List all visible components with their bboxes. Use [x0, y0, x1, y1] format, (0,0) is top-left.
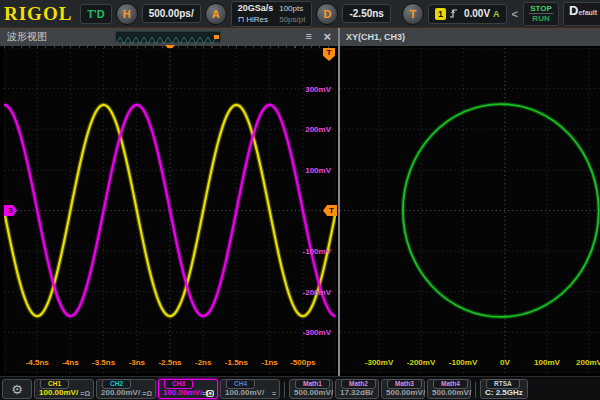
stop-label: STOP — [529, 4, 553, 14]
trigger-info[interactable]: 1 0.00V A — [428, 4, 507, 24]
xy-plot-grid[interactable]: -300mV-200mV-100mV0V100mV200mV — [340, 48, 600, 373]
axis-tick-label: -200mV — [303, 287, 331, 296]
xy-view-title: XY(CH1, CH3) — [340, 32, 405, 42]
acq-mode-icon: ⊓ — [238, 15, 244, 24]
axis-tick-label: 0V — [500, 358, 510, 367]
axis-tick-label: -1ns — [261, 358, 277, 367]
sample-rate: 20GSa/s — [238, 3, 274, 14]
trigger-sweep-mode: A — [493, 9, 500, 19]
rising-edge-icon — [449, 8, 461, 19]
axis-tick-label: 300mV — [305, 84, 331, 93]
axis-tick-label: 100mV — [534, 358, 560, 367]
channel-box-ch2[interactable]: CH2 200.00mV/ =Ω — [96, 379, 156, 399]
waveform-preview[interactable] — [115, 31, 221, 43]
acquisition-info[interactable]: 20GSa/s ⊓ HiRes 100pts 50ps/pt — [231, 1, 313, 27]
timebase-value[interactable]: 500.00ps/ — [142, 4, 201, 23]
math3-box[interactable]: Math3 500.00mV/ — [381, 379, 425, 399]
waveform-view-header: 波形视图 ≡ × — [0, 28, 338, 46]
collapse-toolbar-icon[interactable]: < — [511, 8, 519, 20]
math2-box[interactable]: Math2 17.32dB/ — [335, 379, 379, 399]
channel-box-ch3[interactable]: CH3 100.00mV/ =Ω — [158, 379, 218, 399]
delay-button[interactable]: D — [316, 3, 338, 25]
math1-box[interactable]: Math1 500.00mV/ — [289, 379, 333, 399]
axis-tick-label: 200mV — [305, 125, 331, 134]
trigger-status-indicator: T'D — [80, 4, 111, 24]
axis-tick-label: -100mV — [303, 247, 331, 256]
run-label: RUN — [532, 14, 549, 23]
waveform-traces — [4, 48, 336, 373]
gear-icon: ⚙ — [11, 382, 23, 397]
xy-trace — [340, 48, 600, 373]
stop-run-button[interactable]: STOP RUN — [523, 2, 559, 26]
acq-mode: HiRes — [246, 15, 268, 24]
delay-value[interactable]: -2.50ns — [342, 4, 390, 23]
axis-tick-label: -2ns — [195, 358, 211, 367]
waveform-view-title: 波形视图 — [0, 30, 47, 44]
axis-tick-label: -500ps — [290, 358, 315, 367]
axis-tick-label: -4ns — [62, 358, 78, 367]
channel-box-ch1[interactable]: CH1 100.00mV/ =Ω — [34, 379, 94, 399]
axis-tick-label: 100mV — [305, 165, 331, 174]
impedance-icon: Ω — [146, 390, 152, 397]
separator — [284, 382, 285, 398]
trigger-button[interactable]: T — [402, 3, 424, 25]
top-toolbar: RIGOL T'D H 500.00ps/ A 20GSa/s ⊓ HiRes … — [0, 0, 600, 28]
axis-tick-label: -2.5ns — [158, 358, 181, 367]
axis-tick-label: 200mV — [576, 358, 600, 367]
axis-tick-label: -3ns — [129, 358, 145, 367]
rigol-logo: RIGOL — [2, 3, 76, 25]
trigger-level-value: 0.00V — [464, 8, 490, 19]
separator — [475, 382, 476, 398]
axis-tick-label: -300mV — [303, 328, 331, 337]
impedance-icon: Ω — [206, 390, 214, 397]
horizontal-button[interactable]: H — [116, 3, 138, 25]
math4-box[interactable]: Math4 500.00mV/ — [427, 379, 471, 399]
axis-tick-label: -3.5ns — [92, 358, 115, 367]
memory-depth: 100pts — [279, 3, 305, 14]
default-button[interactable]: Default — [563, 2, 600, 26]
acquisition-button[interactable]: A — [205, 3, 227, 25]
waveform-grid[interactable]: T T 3 300mV200mV100mV-100mV-200mV-300mV-… — [4, 48, 336, 373]
axis-tick-label: -1.5ns — [225, 358, 248, 367]
coupling-icon: = — [272, 390, 276, 397]
axis-tick-label: -200mV — [407, 358, 435, 367]
axis-tick-label: -300mV — [365, 358, 393, 367]
axis-tick-label: -4.5ns — [26, 358, 49, 367]
close-icon[interactable]: × — [323, 29, 331, 44]
trigger-source-chip: 1 — [435, 8, 446, 20]
oscilloscope-screen: RIGOL T'D H 500.00ps/ A 20GSa/s ⊓ HiRes … — [0, 0, 600, 400]
menu-icon[interactable]: ≡ — [306, 30, 312, 42]
settings-gear-button[interactable]: ⚙ — [2, 379, 32, 399]
sample-interval: 50ps/pt — [279, 14, 305, 25]
axis-tick-label: -100mV — [449, 358, 477, 367]
channel-box-ch4[interactable]: CH4 100.00mV/ = — [220, 379, 280, 399]
bottom-status-bar: ⚙ CH1 100.00mV/ =Ω CH2 200.00mV/ =Ω CH3 … — [0, 376, 600, 400]
impedance-icon: Ω — [84, 390, 90, 397]
rtsa-box[interactable]: RTSA C: 2.5GHz — [480, 379, 528, 399]
xy-view-header: XY(CH1, CH3) — [340, 28, 600, 46]
